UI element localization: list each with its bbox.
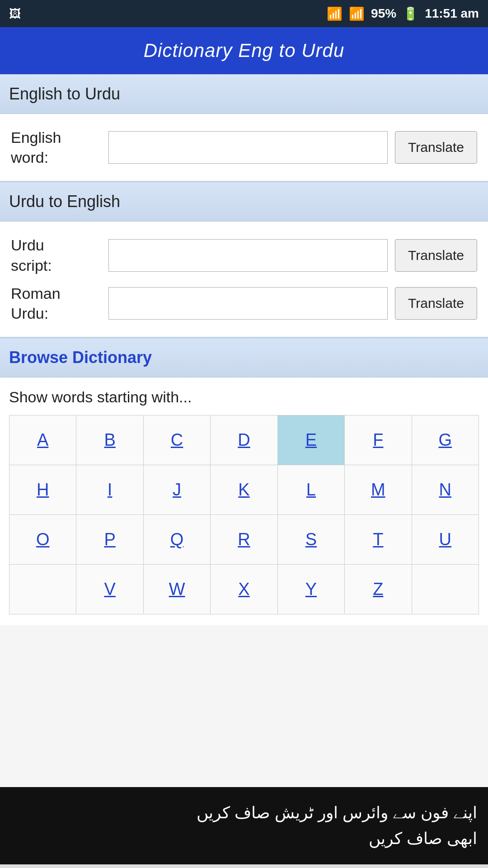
app-title: Dictionary Eng to Urdu: [9, 40, 479, 61]
eng-to-urdu-label: English to Urdu: [9, 85, 120, 103]
ad-line2: ابھی صاف کریں: [11, 826, 477, 852]
urdu-script-translate-button[interactable]: Translate: [395, 239, 477, 272]
app-header: Dictionary Eng to Urdu: [0, 27, 488, 74]
alpha-cell-r[interactable]: R: [211, 515, 277, 565]
alpha-cell-n[interactable]: N: [412, 465, 479, 515]
alpha-cell-o[interactable]: O: [9, 515, 76, 565]
alpha-cell-b[interactable]: B: [76, 415, 143, 465]
browse-dictionary-label: Browse Dictionary: [9, 348, 152, 367]
alpha-cell-d[interactable]: D: [211, 415, 277, 465]
alpha-cell-s[interactable]: S: [278, 515, 345, 565]
alpha-cell-e[interactable]: E: [278, 415, 345, 465]
image-icon: 🖼: [9, 7, 21, 21]
alpha-cell-u[interactable]: U: [412, 515, 479, 565]
roman-urdu-translate-button[interactable]: Translate: [395, 287, 477, 320]
alpha-cell-g[interactable]: G: [412, 415, 479, 465]
browse-prompt: Show words starting with...: [9, 388, 479, 406]
alpha-cell-m[interactable]: M: [345, 465, 412, 515]
alpha-cell-w[interactable]: W: [144, 565, 211, 614]
alpha-cell-j[interactable]: J: [144, 465, 211, 515]
roman-urdu-input[interactable]: [108, 287, 388, 320]
alpha-cell-k[interactable]: K: [211, 465, 277, 515]
alpha-cell-f[interactable]: F: [345, 415, 412, 465]
english-word-row: Englishword: Translate: [11, 127, 477, 167]
alpha-cell-empty-start: [9, 565, 76, 614]
alpha-cell-a[interactable]: A: [9, 415, 76, 465]
ad-line1: اپنے فون سے وائرس اور ٹریش صاف کریں: [11, 800, 477, 826]
browse-dictionary-header: Browse Dictionary: [0, 338, 488, 377]
scroll-hint: [0, 864, 488, 868]
status-time: 11:51 am: [425, 6, 479, 21]
urdu-script-input[interactable]: [108, 239, 388, 272]
alpha-cell-c[interactable]: C: [144, 415, 211, 465]
alpha-cell-x[interactable]: X: [211, 565, 277, 614]
eng-to-urdu-section-header: English to Urdu: [0, 74, 488, 114]
urdu-to-english-section-header: Urdu to English: [0, 182, 488, 222]
ad-banner: اپنے فون سے وائرس اور ٹریش صاف کریں ابھی…: [0, 787, 488, 864]
english-translate-button[interactable]: Translate: [395, 131, 477, 164]
alpha-cell-l[interactable]: L: [278, 465, 345, 515]
signal-icon: 📶: [349, 6, 365, 21]
english-word-input[interactable]: [108, 131, 388, 164]
alpha-cell-y[interactable]: Y: [278, 565, 345, 614]
alpha-cell-i[interactable]: I: [76, 465, 143, 515]
english-word-label: Englishword:: [11, 127, 101, 167]
status-left: 🖼: [9, 7, 21, 21]
eng-to-urdu-form: Englishword: Translate: [0, 114, 488, 182]
alpha-cell-h[interactable]: H: [9, 465, 76, 515]
browse-section: Show words starting with... ABCDEFGHIJKL…: [0, 377, 488, 625]
alpha-cell-empty-end: [412, 565, 479, 614]
roman-urdu-row: RomanUrdu: Translate: [11, 283, 477, 323]
alpha-cell-p[interactable]: P: [76, 515, 143, 565]
alphabet-grid: ABCDEFGHIJKLMNOPQRSTU VWXYZ: [9, 415, 479, 614]
alpha-cell-t[interactable]: T: [345, 515, 412, 565]
battery-icon: 🔋: [403, 6, 418, 21]
roman-urdu-label: RomanUrdu:: [11, 283, 101, 323]
wifi-icon: 📶: [327, 6, 343, 21]
alpha-cell-v[interactable]: V: [76, 565, 143, 614]
status-bar: 🖼 📶 📶 95% 🔋 11:51 am: [0, 0, 488, 27]
urdu-to-english-form: Urduscript: Translate RomanUrdu: Transla…: [0, 222, 488, 338]
urdu-to-english-label: Urdu to English: [9, 192, 120, 211]
alpha-cell-z[interactable]: Z: [345, 565, 412, 614]
battery-percent: 95%: [371, 6, 396, 21]
urdu-script-label: Urduscript:: [11, 235, 101, 275]
status-right: 📶 📶 95% 🔋 11:51 am: [327, 6, 479, 21]
alpha-cell-q[interactable]: Q: [144, 515, 211, 565]
urdu-script-row: Urduscript: Translate: [11, 235, 477, 275]
